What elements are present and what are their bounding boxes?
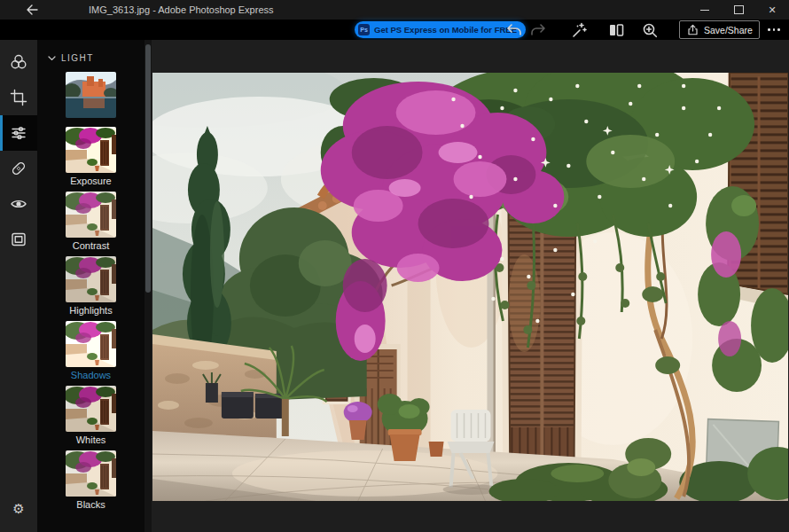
more-options-button[interactable] xyxy=(761,20,787,40)
auto-preview-thumbnail xyxy=(66,72,116,118)
contrast-thumbnail xyxy=(66,192,116,238)
adjustments-sliders-icon xyxy=(10,124,27,142)
close-button[interactable]: ✕ xyxy=(755,0,789,20)
minimize-icon xyxy=(700,10,709,11)
borders-frame-icon xyxy=(10,231,27,248)
adjustment-contrast[interactable]: Contrast xyxy=(37,192,145,252)
save-share-label: Save/Share xyxy=(704,25,753,35)
highlights-thumbnail xyxy=(66,256,116,302)
adjustment-label: Contrast xyxy=(37,240,145,252)
gear-icon: ⚙ xyxy=(12,501,24,517)
back-arrow-icon xyxy=(26,4,38,15)
back-button[interactable] xyxy=(25,4,39,16)
save-share-button[interactable]: Save/Share xyxy=(679,20,760,39)
get-ps-express-promo-button[interactable]: Ps Get PS Express on Mobile for FREE xyxy=(355,21,526,38)
maximize-button[interactable] xyxy=(722,0,755,20)
promo-label: Get PS Express on Mobile for FREE xyxy=(374,25,517,35)
adjustment-blacks[interactable]: Blacks xyxy=(37,450,145,511)
undo-button[interactable] xyxy=(504,20,525,40)
sidebar-item-borders[interactable] xyxy=(0,222,37,257)
app-body: ⚙ LIGHT xyxy=(0,40,789,532)
editor-canvas xyxy=(152,40,789,532)
light-panel: LIGHT xyxy=(37,40,145,532)
sidebar-item-healing[interactable] xyxy=(0,151,37,186)
redo-button[interactable] xyxy=(527,20,549,40)
sidebar-item-crop[interactable] xyxy=(0,80,37,115)
tool-sidebar: ⚙ xyxy=(0,40,37,532)
chevron-down-icon xyxy=(48,56,56,61)
auto-enhance-button[interactable] xyxy=(568,20,590,40)
blacks-thumbnail xyxy=(66,450,116,497)
compare-before-after-button[interactable] xyxy=(605,20,627,40)
window-title: IMG_3613.jpg - Adobe Photoshop Express xyxy=(89,4,274,15)
adjustment-label: Blacks xyxy=(37,499,145,511)
red-eye-icon xyxy=(10,195,27,213)
minimize-button[interactable] xyxy=(688,0,722,20)
undo-icon xyxy=(505,21,523,39)
light-section-header[interactable]: LIGHT xyxy=(48,53,145,63)
settings-button[interactable]: ⚙ xyxy=(0,491,37,527)
adjustment-exposure[interactable]: Exposure xyxy=(37,127,145,187)
sidebar-item-red-eye[interactable] xyxy=(0,186,37,222)
adjustment-label: Highlights xyxy=(37,305,145,317)
adjustment-label: Exposure xyxy=(37,176,145,187)
light-section-label: LIGHT xyxy=(61,53,94,63)
maximize-icon xyxy=(734,5,744,14)
adjustment-label: Shadows xyxy=(37,370,145,381)
panel-scrollbar-thumb[interactable] xyxy=(145,44,151,293)
panel-thumb-auto[interactable] xyxy=(37,72,145,118)
shadows-thumbnail xyxy=(66,321,116,367)
magic-wand-icon xyxy=(570,21,588,39)
redo-icon xyxy=(529,21,547,39)
adjustment-label: Whites xyxy=(37,434,145,446)
adjustment-whites[interactable]: Whites xyxy=(37,386,145,446)
whites-thumbnail xyxy=(66,386,116,432)
panel-scrollbar[interactable] xyxy=(145,40,152,532)
share-icon xyxy=(686,23,699,36)
photo-image xyxy=(152,73,788,501)
toolbar: Ps Get PS Express on Mobile for FREE xyxy=(0,20,789,40)
ps-logo-icon: Ps xyxy=(358,24,370,35)
zoom-in-icon xyxy=(641,21,659,39)
adjustment-shadows[interactable]: Shadows xyxy=(37,321,145,381)
sidebar-item-looks[interactable] xyxy=(0,44,37,80)
exposure-thumbnail xyxy=(66,127,116,173)
photoshop-express-window: IMG_3613.jpg - Adobe Photoshop Express ✕… xyxy=(0,0,789,532)
zoom-button[interactable] xyxy=(639,20,660,40)
photo-canvas[interactable] xyxy=(152,73,788,501)
looks-filters-icon xyxy=(10,53,27,71)
crop-icon xyxy=(10,89,27,106)
adjustment-highlights[interactable]: Highlights xyxy=(37,256,145,317)
sidebar-item-adjustments[interactable] xyxy=(0,115,37,151)
healing-bandaid-icon xyxy=(10,160,27,177)
split-view-icon xyxy=(607,21,625,39)
title-bar: IMG_3613.jpg - Adobe Photoshop Express ✕ xyxy=(0,0,789,20)
